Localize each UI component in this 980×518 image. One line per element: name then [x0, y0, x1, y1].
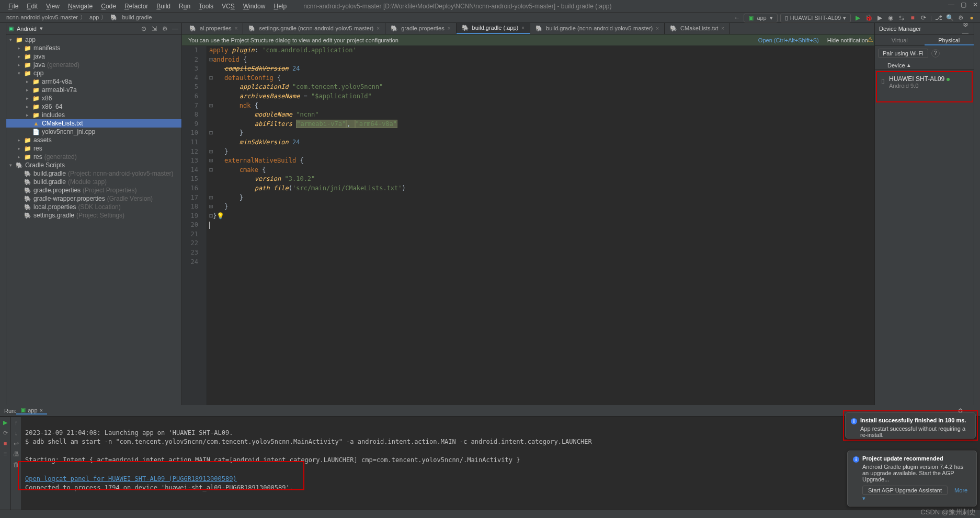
run-config-selector[interactable]: ▣ app ▾ — [744, 14, 777, 22]
menu-refactor[interactable]: Refactor — [120, 3, 152, 10]
restart-icon[interactable]: ⟳ — [3, 430, 8, 437]
menu-file[interactable]: File — [4, 3, 22, 10]
trash-icon[interactable]: 🗑 — [13, 461, 19, 468]
tree-row[interactable]: ▾📁app — [6, 36, 181, 44]
device-entry[interactable]: ▯ HUAWEI SHT-AL09 Android 9.0 — [876, 71, 973, 102]
breadcrumb-root[interactable]: ncnn-android-yolov5-master — [6, 14, 78, 20]
down-icon[interactable]: ↓ — [15, 430, 18, 437]
coverage-icon[interactable]: ▶ — [875, 14, 884, 22]
tree-row[interactable]: ▸📁x86_64 — [6, 102, 181, 111]
search-icon[interactable]: 🔍 — [945, 14, 954, 22]
menu-vcs[interactable]: VCS — [218, 3, 239, 10]
tree-row[interactable]: ▲CMakeLists.txt — [6, 119, 181, 128]
agp-upgrade-button[interactable]: Start AGP Upgrade Assistant — [862, 486, 948, 495]
tree-row[interactable]: ▸📁arm64-v8a — [6, 77, 181, 86]
tree-row[interactable]: 📄yolov5ncnn_jni.cpp — [6, 128, 181, 136]
device-selector[interactable]: ▯ HUAWEI SHT-AL09 ▾ — [780, 14, 851, 22]
code-content[interactable]: apply plugin: 'com.android.application'⊟… — [207, 46, 874, 405]
tree-row[interactable]: 🐘local.properties(SDK Location) — [6, 203, 181, 211]
editor-tab[interactable]: 🐘al.properties× — [184, 22, 243, 34]
debug-icon[interactable]: 🐞 — [864, 14, 873, 22]
expand-icon[interactable]: ⇲ — [150, 25, 158, 33]
tree-row[interactable]: 🐘gradle-wrapper.properties(Gradle Versio… — [6, 194, 181, 203]
editor-tab[interactable]: 🐘CMakeLists.txt× — [665, 22, 730, 34]
run-tab-app[interactable]: ▣ app × — [16, 407, 47, 415]
close-icon[interactable]: × — [448, 26, 451, 31]
wrap-icon[interactable]: ↩ — [14, 440, 19, 447]
help-icon[interactable]: ? — [931, 49, 940, 57]
sort-asc-icon[interactable]: ▴ — [907, 62, 910, 68]
tab-physical[interactable]: Physical — [925, 34, 974, 45]
filter-icon[interactable]: ≡ — [4, 451, 7, 458]
tree-row[interactable]: ▸📁includes — [6, 111, 181, 119]
tree-row[interactable]: 🐘build.gradle(Module :app) — [6, 178, 181, 186]
tree-row[interactable]: ▸📁res(generated) — [6, 153, 181, 161]
menu-build[interactable]: Build — [152, 3, 175, 10]
stop-icon[interactable]: ■ — [4, 440, 7, 447]
warning-icon[interactable]: ⚠ — [867, 36, 873, 43]
close-icon[interactable]: × — [721, 26, 724, 31]
tab-virtual[interactable]: Virtual — [875, 34, 925, 45]
menu-view[interactable]: View — [42, 3, 64, 10]
rerun-icon[interactable]: ▶ — [3, 419, 7, 427]
close-icon[interactable]: × — [656, 26, 659, 31]
hide-icon[interactable]: — — [171, 25, 179, 33]
menu-run[interactable]: Run — [175, 3, 195, 10]
tree-row[interactable]: ▸📁java(generated) — [6, 61, 181, 69]
sync-icon[interactable]: ⟳ — [919, 14, 928, 22]
close-icon[interactable]: × — [235, 26, 238, 31]
project-view-label[interactable]: Android — [17, 26, 37, 32]
profile-icon[interactable]: ◉ — [886, 14, 895, 22]
tree-row[interactable]: 🐘settings.gradle(Project Settings) — [6, 211, 181, 220]
settings-icon[interactable]: ⚙ — [956, 14, 965, 22]
print-icon[interactable]: 🖶 — [13, 451, 19, 458]
tree-row[interactable]: ▸📁res — [6, 144, 181, 153]
close-icon[interactable]: × — [40, 407, 43, 413]
tree-row[interactable]: ▸📁armeabi-v7a — [6, 86, 181, 94]
editor-tab[interactable]: 🐘gradle.properties× — [385, 22, 456, 34]
attach-icon[interactable]: ⇆ — [897, 14, 906, 22]
tree-row[interactable]: ▸📁assets — [6, 136, 181, 144]
menu-help[interactable]: Help — [269, 3, 291, 10]
breadcrumb-file[interactable]: build.gradle — [122, 14, 152, 20]
infobar-hide-link[interactable]: Hide notification — [827, 37, 868, 43]
device-column-header[interactable]: Device — [887, 62, 905, 68]
tree-row[interactable]: ▸📁java — [6, 52, 181, 61]
tree-row[interactable]: 🐘build.gradle(Project: ncnn-android-yolo… — [6, 169, 181, 178]
menu-navigate[interactable]: Navigate — [64, 3, 97, 10]
logcat-link[interactable]: Open logcat panel for HUAWEI SHT-AL09 (P… — [25, 475, 237, 482]
editor-tab[interactable]: 🐘build.gradle (:app)× — [457, 22, 531, 34]
close-icon[interactable]: × — [377, 26, 380, 31]
menu-window[interactable]: Window — [239, 3, 270, 10]
menu-code[interactable]: Code — [97, 3, 120, 10]
editor-tab[interactable]: 🐘settings.gradle (ncnn-android-yolov5-ma… — [243, 22, 385, 34]
breadcrumb-app[interactable]: app — [89, 14, 99, 20]
close-window-button[interactable]: ✕ — [973, 1, 978, 8]
code-editor[interactable]: 123456789101112131415161718192021222324 … — [182, 46, 874, 405]
user-icon[interactable]: ● — [967, 14, 976, 22]
run-console[interactable]: 2023-12-09 21:04:08: Launching app on 'H… — [21, 417, 980, 518]
up-icon[interactable]: ↑ — [15, 419, 18, 427]
close-icon[interactable]: × — [521, 25, 525, 31]
project-tree[interactable]: ▾📁app▸📁manifests▸📁java▸📁java(generated)▾… — [6, 34, 181, 405]
maximize-button[interactable]: ▢ — [961, 1, 966, 8]
vcs-icon[interactable]: ⎇ — [935, 14, 943, 22]
tree-row[interactable]: ▸📁manifests — [6, 44, 181, 52]
menu-tools[interactable]: Tools — [195, 3, 218, 10]
infobar-open-link[interactable]: Open (Ctrl+Alt+Shift+S) — [758, 37, 819, 43]
target-icon[interactable]: ⊙ — [140, 25, 148, 33]
editor-tab[interactable]: 🐘build.gradle (ncnn-android-yolov5-maste… — [530, 22, 665, 34]
menu-edit[interactable]: Edit — [22, 3, 42, 10]
tree-row[interactable]: ▸📁x86 — [6, 94, 181, 102]
gear-icon[interactable]: ⚙ — [161, 25, 169, 33]
run-icon[interactable]: ▶ — [853, 14, 862, 22]
back-icon[interactable]: ← — [733, 14, 741, 22]
tree-row[interactable]: 🐘gradle.properties(Project Properties) — [6, 186, 181, 194]
tree-row[interactable]: ▾🐘Gradle Scripts — [6, 161, 181, 169]
minimize-button[interactable]: — — [948, 1, 954, 8]
pair-wifi-button[interactable]: Pair using Wi-Fi — [878, 49, 928, 58]
stop-icon[interactable]: ■ — [908, 14, 917, 22]
breadcrumb[interactable]: ncnn-android-yolov5-master〉 app〉 🐘build.… — [4, 14, 154, 21]
tree-row[interactable]: ▾📁cpp — [6, 69, 181, 77]
chevron-down-icon[interactable]: ▾ — [40, 25, 43, 32]
